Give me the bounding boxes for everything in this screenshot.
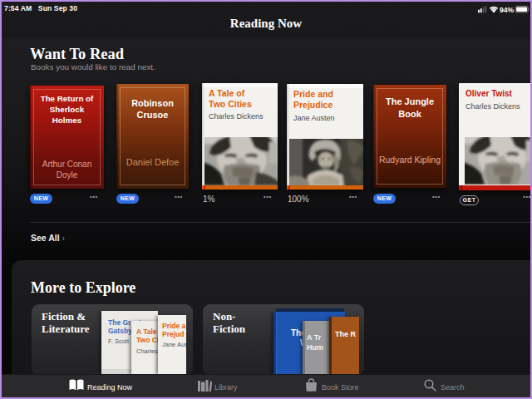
svg-text:94%: 94%	[500, 6, 515, 14]
